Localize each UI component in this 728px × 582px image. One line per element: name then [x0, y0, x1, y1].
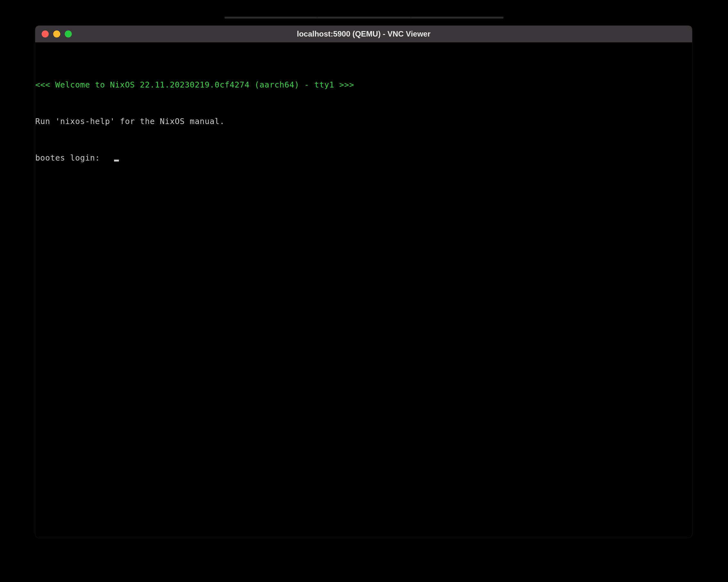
- cursor-icon: [114, 159, 119, 161]
- welcome-banner: <<< Welcome to NixOS 22.11.20230219.0cf4…: [35, 81, 692, 91]
- login-prompt-line[interactable]: bootes login:: [35, 154, 692, 164]
- vnc-viewer-window: localhost:5900 (QEMU) - VNC Viewer <<< W…: [35, 26, 692, 538]
- zoom-button[interactable]: [65, 30, 72, 37]
- traffic-lights: [42, 30, 72, 37]
- close-button[interactable]: [42, 30, 49, 37]
- titlebar[interactable]: localhost:5900 (QEMU) - VNC Viewer: [35, 26, 692, 42]
- window-title: localhost:5900 (QEMU) - VNC Viewer: [35, 29, 692, 39]
- minimize-button[interactable]: [53, 30, 60, 37]
- help-hint: Run 'nixos-help' for the NixOS manual.: [35, 117, 692, 128]
- terminal-content[interactable]: <<< Welcome to NixOS 22.11.20230219.0cf4…: [35, 42, 692, 180]
- login-prompt: bootes login:: [35, 154, 105, 164]
